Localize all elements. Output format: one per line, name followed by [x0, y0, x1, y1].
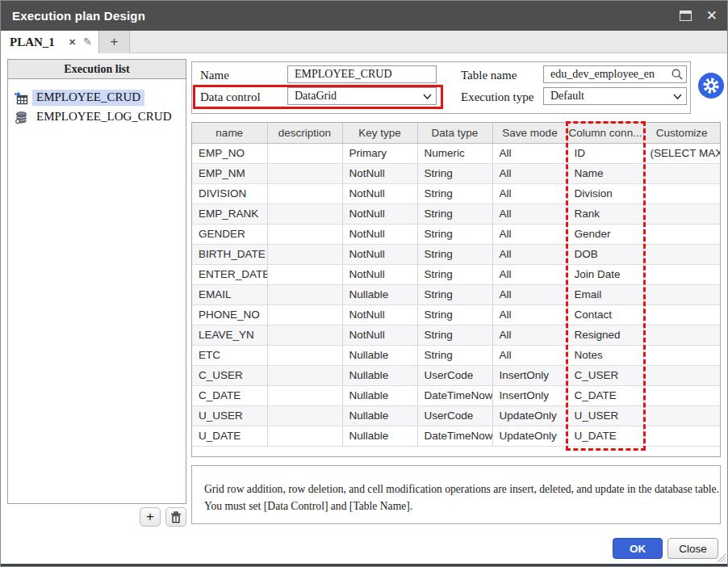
- grid-cell[interactable]: All: [492, 304, 567, 325]
- grid-cell[interactable]: NotNull: [342, 325, 417, 345]
- grid-cell[interactable]: GENDER: [192, 224, 267, 244]
- grid-cell[interactable]: NotNull: [342, 264, 417, 284]
- grid-cell[interactable]: Rank: [567, 204, 643, 224]
- grid-cell[interactable]: [267, 405, 342, 426]
- list-item-employee-crud[interactable]: EMPLOYEE_CRUD: [15, 88, 181, 107]
- grid-cell[interactable]: ID: [567, 143, 643, 163]
- grid-cell[interactable]: Email: [567, 284, 643, 304]
- grid-cell[interactable]: NotNull: [342, 183, 417, 204]
- grid-cell[interactable]: [643, 385, 720, 405]
- grid-cell[interactable]: [643, 284, 720, 304]
- grid-cell[interactable]: NotNull: [342, 304, 417, 325]
- grid-cell[interactable]: Resigned: [567, 325, 643, 345]
- grid-cell[interactable]: UserCode: [417, 365, 492, 385]
- grid-cell[interactable]: [267, 345, 342, 365]
- grid-cell[interactable]: C_DATE: [192, 385, 267, 405]
- grid-cell[interactable]: Nullable: [342, 426, 417, 446]
- grid-cell[interactable]: All: [492, 244, 567, 264]
- grid-cell[interactable]: NotNull: [342, 244, 417, 264]
- grid-cell[interactable]: UpdateOnly: [492, 405, 567, 426]
- tab-edit-icon[interactable]: ✎: [83, 36, 92, 48]
- grid-header-cell[interactable]: Customize: [643, 123, 720, 143]
- grid-cell[interactable]: [643, 426, 720, 446]
- grid-cell[interactable]: All: [492, 345, 567, 365]
- grid-cell[interactable]: Nullable: [342, 284, 417, 304]
- grid-cell[interactable]: String: [417, 163, 492, 183]
- grid-cell[interactable]: (SELECT MAX(...: [643, 143, 720, 163]
- grid-cell[interactable]: [267, 385, 342, 405]
- grid-cell[interactable]: All: [492, 325, 567, 345]
- grid-cell[interactable]: Join Date: [567, 264, 643, 284]
- grid-cell[interactable]: NotNull: [342, 204, 417, 224]
- grid-cell[interactable]: InsertOnly: [492, 365, 567, 385]
- data-control-select[interactable]: DataGrid: [287, 87, 437, 105]
- grid-cell[interactable]: [267, 426, 342, 446]
- maximize-icon[interactable]: [680, 10, 692, 21]
- grid-cell[interactable]: [267, 264, 342, 284]
- grid-cell[interactable]: Contact: [567, 304, 643, 325]
- grid-cell[interactable]: ENTER_DATE: [192, 264, 267, 284]
- grid-cell[interactable]: [643, 325, 720, 345]
- grid-cell[interactable]: [643, 405, 720, 426]
- grid-cell[interactable]: U_USER: [192, 405, 267, 426]
- grid-header-cell[interactable]: Data type: [417, 123, 492, 143]
- tab-plan-1[interactable]: PLAN_1 ✕ ✎: [1, 31, 99, 53]
- tab-close-icon[interactable]: ✕: [69, 37, 76, 48]
- grid-cell[interactable]: All: [492, 183, 567, 204]
- grid-cell[interactable]: U_DATE: [567, 426, 643, 446]
- grid-cell[interactable]: DateTimeNow: [417, 385, 492, 405]
- delete-item-button[interactable]: [165, 507, 186, 527]
- resize-grip[interactable]: [716, 552, 726, 562]
- grid-cell[interactable]: Nullable: [342, 365, 417, 385]
- grid-header-cell[interactable]: name: [192, 123, 267, 143]
- grid-cell[interactable]: [267, 304, 342, 325]
- ok-button[interactable]: OK: [613, 538, 663, 559]
- grid-cell[interactable]: U_DATE: [192, 426, 267, 446]
- grid-cell[interactable]: String: [417, 264, 492, 284]
- grid-cell[interactable]: [643, 204, 720, 224]
- grid-cell[interactable]: NotNull: [342, 163, 417, 183]
- tab-add-button[interactable]: +: [99, 31, 130, 53]
- grid-cell[interactable]: String: [417, 204, 492, 224]
- grid-cell[interactable]: EMP_NO: [192, 143, 267, 163]
- grid-cell[interactable]: EMP_NM: [192, 163, 267, 183]
- grid-cell[interactable]: Primary: [342, 143, 417, 163]
- grid-header-cell[interactable]: description: [267, 123, 342, 143]
- grid-cell[interactable]: String: [417, 224, 492, 244]
- grid-cell[interactable]: NotNull: [342, 224, 417, 244]
- grid-cell[interactable]: BIRTH_DATE: [192, 244, 267, 264]
- window-close-icon[interactable]: ✕: [706, 9, 718, 23]
- grid-cell[interactable]: [267, 163, 342, 183]
- grid-cell[interactable]: String: [417, 345, 492, 365]
- grid-cell[interactable]: UpdateOnly: [492, 426, 567, 446]
- grid-cell[interactable]: All: [492, 264, 567, 284]
- grid-cell[interactable]: C_USER: [567, 365, 643, 385]
- grid-cell[interactable]: [643, 345, 720, 365]
- grid-cell[interactable]: [643, 224, 720, 244]
- name-input[interactable]: [287, 65, 437, 83]
- grid-cell[interactable]: Numeric: [417, 143, 492, 163]
- grid-cell[interactable]: [267, 143, 342, 163]
- grid-cell[interactable]: [267, 284, 342, 304]
- grid-cell[interactable]: EMP_RANK: [192, 204, 267, 224]
- grid-cell[interactable]: InsertOnly: [492, 385, 567, 405]
- table-name-input[interactable]: [543, 65, 687, 83]
- gear-button[interactable]: [698, 73, 724, 99]
- grid-cell[interactable]: All: [492, 143, 567, 163]
- list-item-employee-log-crud[interactable]: EMPLOYEE_LOG_CRUD: [15, 107, 181, 127]
- grid-cell[interactable]: Nullable: [342, 405, 417, 426]
- grid-cell[interactable]: UserCode: [417, 405, 492, 426]
- grid-cell[interactable]: Notes: [567, 345, 643, 365]
- grid-cell[interactable]: DOB: [567, 244, 643, 264]
- grid-cell[interactable]: All: [492, 284, 567, 304]
- grid-cell[interactable]: Nullable: [342, 385, 417, 405]
- grid-cell[interactable]: Nullable: [342, 345, 417, 365]
- grid-cell[interactable]: Division: [567, 183, 643, 204]
- grid-cell[interactable]: [643, 365, 720, 385]
- grid-cell[interactable]: [643, 163, 720, 183]
- close-button[interactable]: Close: [667, 538, 718, 559]
- execution-type-select[interactable]: Default: [543, 87, 687, 105]
- grid-cell[interactable]: String: [417, 244, 492, 264]
- grid-header-cell[interactable]: Key type: [342, 123, 417, 143]
- grid-cell[interactable]: [267, 325, 342, 345]
